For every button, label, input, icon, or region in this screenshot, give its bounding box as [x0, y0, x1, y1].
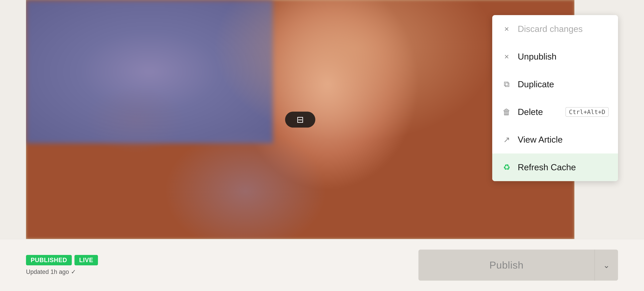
discard-label: Discard changes [518, 24, 582, 34]
badges-container: PUBLISHED LIVE [26, 255, 418, 265]
published-badge: PUBLISHED [26, 255, 72, 265]
resize-icon: ⊟ [296, 115, 304, 124]
update-status: Updated 1h ago ✓ [26, 268, 418, 276]
menu-item-duplicate[interactable]: ⧉Duplicate [492, 70, 618, 98]
delete-shortcut: Ctrl+Alt+D [566, 107, 608, 117]
view-article-icon: ↗ [502, 135, 512, 144]
menu-item-view-article[interactable]: ↗View Article [492, 126, 618, 154]
duplicate-label: Duplicate [518, 79, 554, 89]
publish-button[interactable]: Publish [418, 250, 594, 280]
menu-item-discard: ×Discard changes [492, 15, 618, 43]
checkmark-icon: ✓ [71, 268, 76, 276]
discard-icon: × [502, 24, 512, 34]
publish-dropdown-button[interactable]: ⌄ [594, 250, 618, 280]
resize-handle[interactable]: ⊟ [285, 112, 315, 128]
bottom-bar: PUBLISHED LIVE Updated 1h ago ✓ Publish … [0, 239, 644, 291]
delete-icon: 🗑 [502, 107, 512, 116]
live-badge: LIVE [74, 255, 98, 265]
refresh-cache-icon: ♻ [502, 162, 512, 172]
menu-item-delete[interactable]: 🗑DeleteCtrl+Alt+D [492, 98, 618, 126]
publish-section: Publish ⌄ [418, 250, 618, 280]
refresh-cache-label: Refresh Cache [518, 162, 576, 172]
delete-label: Delete [518, 107, 543, 117]
view-article-label: View Article [518, 134, 563, 144]
menu-item-unpublish[interactable]: ×Unpublish [492, 43, 618, 70]
update-text-label: Updated 1h ago [26, 268, 69, 276]
dropdown-menu: ×Discard changes×Unpublish⧉Duplicate🗑Del… [492, 15, 618, 181]
duplicate-icon: ⧉ [502, 80, 512, 89]
status-section: PUBLISHED LIVE Updated 1h ago ✓ [26, 255, 418, 276]
chevron-down-icon: ⌄ [603, 260, 610, 270]
menu-item-refresh-cache[interactable]: ♻Refresh Cache [492, 154, 618, 181]
unpublish-label: Unpublish [518, 52, 556, 62]
unpublish-icon: × [502, 52, 512, 61]
